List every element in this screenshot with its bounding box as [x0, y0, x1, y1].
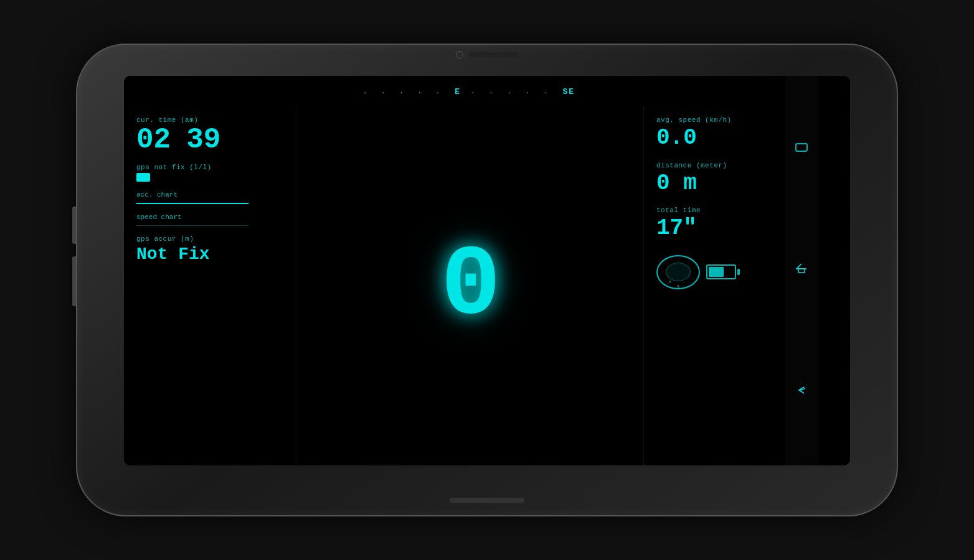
battery-fill — [709, 267, 724, 277]
gps-fix-indicator — [136, 173, 150, 182]
compass-dots-left: . . . . . — [363, 88, 445, 95]
svg-rect-0 — [796, 144, 807, 151]
app-content: . . . . . E . . . . . SE Cur. time (AM) … — [124, 76, 818, 465]
gps-fix-label: gps not fix (l/l) — [136, 164, 285, 171]
total-time-label: total time — [656, 207, 805, 214]
time-display: 02 39 — [136, 126, 285, 154]
compass-label-e: E — [455, 87, 461, 96]
back-button[interactable] — [795, 385, 808, 399]
compass-row: . . . . . E . . . . . SE — [124, 76, 818, 107]
distance-block: distance (meter) 0 m — [656, 162, 805, 196]
distance-value: 0 m — [656, 171, 805, 196]
speaker — [468, 52, 518, 57]
avg-speed-label: avg. speed (Km/h) — [656, 116, 805, 124]
cur-time-block: Cur. time (AM) 02 39 — [136, 116, 285, 154]
left-panel: Cur. time (AM) 02 39 gps not fix (l/l) a… — [124, 107, 298, 465]
big-speed-display: 0 — [305, 113, 637, 459]
speed-chart-block: speed chart — [136, 213, 285, 226]
compass-dots-middle: . . . . . — [471, 88, 552, 95]
phone-frame: . . . . . E . . . . . SE Cur. time (AM) … — [76, 44, 898, 516]
gps-accur-label: gps accur (M) — [136, 235, 285, 243]
camera — [456, 51, 463, 58]
compass-oval: S M — [656, 255, 700, 289]
acc-chart-line — [136, 203, 248, 204]
nav-bar — [785, 76, 818, 465]
bottom-indicator — [450, 498, 524, 503]
speed-chart-divider — [136, 225, 248, 226]
bottom-right-widgets: S M — [656, 255, 805, 289]
time-hour: 02 — [136, 126, 171, 154]
phone-screen: . . . . . E . . . . . SE Cur. time (AM) … — [124, 76, 850, 465]
compass-label-se: SE — [563, 87, 575, 96]
distance-label: distance (meter) — [656, 162, 805, 169]
gps-accur-block: gps accur (M) Not Fix — [136, 235, 285, 264]
avg-speed-value: 0.0 — [656, 126, 805, 151]
time-minute: 39 — [186, 126, 220, 154]
avg-speed-block: avg. speed (Km/h) 0.0 — [656, 116, 805, 151]
total-time-value: 17" — [656, 216, 805, 241]
current-speed-value: 0 — [441, 236, 501, 336]
acc-chart-block: acc. chart — [136, 191, 285, 204]
cur-time-label: Cur. time (AM) — [136, 116, 285, 124]
top-speaker — [456, 51, 518, 58]
total-time-block: total time 17" — [656, 207, 805, 241]
power-button[interactable] — [72, 256, 76, 306]
compass-widget: S M — [656, 255, 700, 289]
gps-fix-block: gps not fix (l/l) — [136, 164, 285, 182]
battery-body — [706, 264, 736, 279]
compass-s: S — [677, 284, 679, 289]
acc-chart-label: acc. chart — [136, 191, 285, 198]
volume-button[interactable] — [72, 207, 76, 244]
battery-icon — [706, 264, 740, 279]
compass-m: M — [669, 280, 671, 284]
gps-accur-value: Not Fix — [136, 245, 285, 264]
home-button[interactable] — [795, 263, 808, 277]
svg-rect-1 — [798, 269, 805, 273]
compass-bar: . . . . . E . . . . . SE — [363, 87, 579, 96]
compass-inner — [666, 263, 691, 281]
speed-chart-label: speed chart — [136, 213, 285, 221]
recent-apps-button[interactable] — [795, 142, 808, 155]
center-panel: 0 — [298, 107, 643, 465]
battery-tip — [737, 269, 740, 275]
